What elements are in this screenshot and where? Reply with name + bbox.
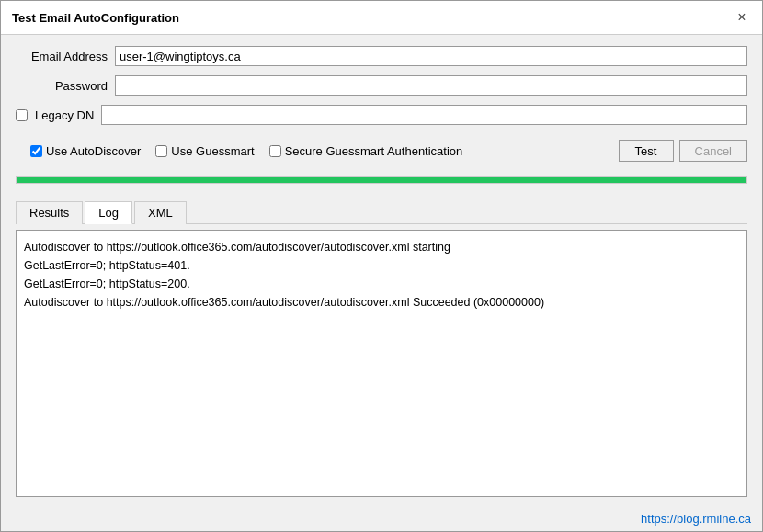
email-input[interactable] bbox=[115, 46, 747, 66]
secure-guessmart-option[interactable]: Secure Guessmart Authentication bbox=[269, 144, 463, 158]
button-group: Test Cancel bbox=[619, 140, 747, 162]
cancel-button[interactable]: Cancel bbox=[679, 140, 747, 162]
window-title: Test Email AutoConfiguration bbox=[12, 11, 179, 25]
guessmart-option[interactable]: Use Guessmart bbox=[155, 144, 254, 158]
password-row: Password bbox=[16, 75, 747, 96]
tabs-row: Results Log XML bbox=[16, 200, 747, 224]
options-row: Use AutoDiscover Use Guessmart Secure Gu… bbox=[16, 134, 747, 167]
progress-bar-fill bbox=[17, 177, 746, 183]
tab-log[interactable]: Log bbox=[85, 201, 132, 224]
tab-xml[interactable]: XML bbox=[134, 201, 187, 224]
main-window: Test Email AutoConfiguration × Email Add… bbox=[0, 0, 763, 532]
autodiscover-option[interactable]: Use AutoDiscover bbox=[30, 144, 141, 158]
legacy-dn-checkbox[interactable] bbox=[16, 109, 28, 121]
secure-guessmart-checkbox[interactable] bbox=[269, 145, 281, 157]
title-bar: Test Email AutoConfiguration × bbox=[1, 1, 762, 35]
guessmart-checkbox[interactable] bbox=[155, 145, 167, 157]
email-row: Email Address bbox=[16, 46, 747, 66]
password-input[interactable] bbox=[115, 75, 747, 96]
autodiscover-checkbox[interactable] bbox=[30, 145, 42, 157]
password-label: Password bbox=[16, 79, 108, 93]
content-area: Email Address Password Legacy DN Use Aut… bbox=[1, 35, 762, 508]
tab-results[interactable]: Results bbox=[16, 201, 83, 224]
footer: https://blog.rmilne.ca bbox=[1, 508, 762, 531]
legacy-dn-row: Legacy DN bbox=[16, 105, 747, 125]
legacy-dn-input[interactable] bbox=[101, 105, 747, 125]
secure-guessmart-label: Secure Guessmart Authentication bbox=[285, 144, 463, 158]
log-content-area: Autodiscover to https://outlook.office36… bbox=[16, 230, 747, 497]
progress-bar-container bbox=[16, 176, 747, 184]
autodiscover-label: Use AutoDiscover bbox=[46, 144, 141, 158]
legacy-dn-label: Legacy DN bbox=[35, 108, 94, 122]
footer-link-text: https://blog.rmilne.ca bbox=[641, 512, 751, 526]
email-label: Email Address bbox=[16, 50, 108, 63]
close-button[interactable]: × bbox=[733, 8, 751, 27]
guessmart-label: Use Guessmart bbox=[171, 144, 254, 158]
test-button[interactable]: Test bbox=[619, 140, 674, 162]
